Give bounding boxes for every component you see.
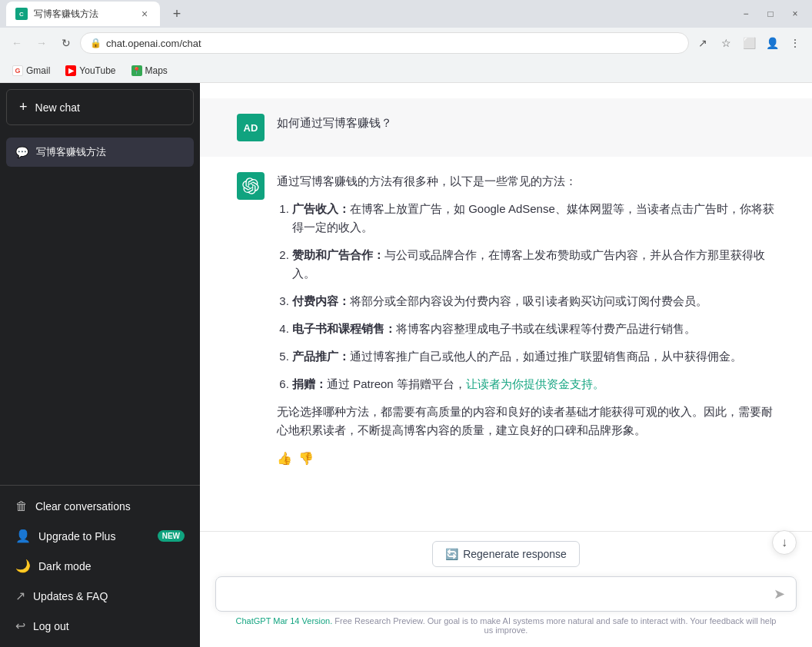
bookmark-youtube[interactable]: ▶ YouTube [59, 62, 121, 79]
list-item-1: 广告收入：在博客上放置广告，如 Google AdSense、媒体网盟等，当读者… [292, 200, 775, 237]
footer-text: Free Research Preview. Our goal is to ma… [334, 616, 776, 635]
reload-button[interactable]: ↻ [55, 32, 77, 54]
tab-favicon: C [15, 8, 28, 20]
patreon-link: 让读者为你提供资金支持。 [466, 377, 604, 390]
address-bar-row: ← → ↻ 🔒 chat.openai.com/chat ↗ ☆ ⬜ 👤 ⋮ [0, 28, 812, 58]
dark-mode-button[interactable]: 🌙 Dark mode [6, 551, 194, 581]
trash-icon: 🗑 [15, 499, 28, 513]
maps-favicon: 📍 [131, 65, 142, 76]
close-window-button[interactable]: × [784, 3, 806, 25]
assistant-conclusion: 无论选择哪种方法，都需要有高质量的内容和良好的读者基础才能获得可观的收入。因此，… [277, 403, 775, 440]
address-actions: ↗ ☆ ⬜ 👤 ⋮ [692, 32, 806, 54]
user-message-content: 如何通过写博客赚钱？ [277, 114, 775, 141]
assistant-message-inner: 通过写博客赚钱的方法有很多种，以下是一些常见的方法： 广告收入：在博客上放置广告… [221, 172, 790, 469]
chat-list-item[interactable]: 💬 写博客赚钱方法 ✏ 🗑 [6, 138, 194, 167]
address-input[interactable]: 🔒 chat.openai.com/chat [80, 32, 689, 54]
upgrade-to-plus-button[interactable]: 👤 Upgrade to Plus NEW [6, 521, 194, 551]
gmail-label: Gmail [26, 65, 50, 76]
youtube-favicon: ▶ [65, 65, 76, 76]
browser-tab[interactable]: C 写博客赚钱方法 × [6, 2, 160, 26]
share-button[interactable]: ↗ [692, 32, 714, 54]
assistant-message-row: 通过写博客赚钱的方法有很多种，以下是一些常见的方法： 广告收入：在博客上放置广告… [200, 157, 812, 484]
gmail-favicon: G [12, 65, 23, 76]
user-avatar: AD [237, 114, 265, 141]
delete-chat-button[interactable]: 🗑 [175, 147, 185, 158]
title-bar: C 写博客赚钱方法 × + − □ × [0, 0, 812, 28]
new-chat-button[interactable]: + New chat [6, 89, 194, 125]
chat-icon: 💬 [15, 146, 28, 158]
chat-input-area: 🔄 Regenerate response ➤ ChatGPT Mar 14 V… [200, 531, 812, 647]
clear-conversations-button[interactable]: 🗑 Clear conversations [6, 492, 194, 521]
assistant-avatar [237, 172, 265, 200]
plus-icon: + [19, 99, 28, 115]
window-controls: − □ × [735, 3, 806, 25]
list-item-6: 捐赠：通过 Patreon 等捐赠平台，让读者为你提供资金支持。 [292, 375, 775, 393]
clear-conversations-label: Clear conversations [35, 500, 131, 513]
bookmark-maps[interactable]: 📍 Maps [125, 62, 174, 79]
sidebar-bottom: 🗑 Clear conversations 👤 Upgrade to Plus … [0, 485, 200, 647]
minimize-button[interactable]: − [735, 3, 757, 25]
upgrade-label: Upgrade to Plus [38, 530, 115, 542]
scroll-to-bottom-button[interactable]: ↓ [772, 530, 797, 555]
thumbs-down-button[interactable]: 👎 [298, 449, 314, 469]
regenerate-row: 🔄 Regenerate response [215, 541, 797, 567]
main-layout: + New chat 💬 写博客赚钱方法 ✏ 🗑 🗑 Clear convers… [0, 83, 812, 647]
assistant-intro: 通过写博客赚钱的方法有很多种，以下是一些常见的方法： [277, 172, 775, 191]
youtube-label: YouTube [79, 65, 115, 76]
list-item-5: 产品推广：通过博客推广自己或他人的产品，如通过推广联盟销售商品，从中获得佣金。 [292, 347, 775, 366]
input-box[interactable]: ➤ [215, 576, 797, 612]
maximize-button[interactable]: □ [760, 3, 781, 25]
list-item-3: 付费内容：将部分或全部内容设为付费内容，吸引读者购买访问或订阅付费会员。 [292, 292, 775, 310]
chat-item-title: 写博客赚钱方法 [36, 145, 157, 159]
menu-button[interactable]: ⋮ [784, 32, 806, 54]
assistant-message-content: 通过写博客赚钱的方法有很多种，以下是一些常见的方法： 广告收入：在博客上放置广告… [277, 172, 775, 469]
lock-icon: 🔒 [90, 38, 102, 48]
list-item-4: 电子书和课程销售：将博客内容整理成电子书或在线课程等付费产品进行销售。 [292, 320, 775, 338]
tab-title: 写博客赚钱方法 [34, 8, 132, 21]
user-icon: 👤 [15, 529, 31, 543]
regenerate-button[interactable]: 🔄 Regenerate response [432, 541, 580, 567]
maps-label: Maps [145, 65, 168, 76]
chat-area-wrap: AD 如何通过写博客赚钱？ 通过写博客赚钱的方法有很多种，以下是一些常见的方法： [200, 83, 812, 647]
user-message-text: 如何通过写博客赚钱？ [277, 114, 775, 132]
regenerate-icon: 🔄 [445, 548, 458, 560]
new-tab-button[interactable]: + [166, 3, 188, 25]
assistant-list: 广告收入：在博客上放置广告，如 Google AdSense、媒体网盟等，当读者… [277, 200, 775, 393]
chat-area: AD 如何通过写博客赚钱？ 通过写博客赚钱的方法有很多种，以下是一些常见的方法： [200, 83, 812, 647]
bookmark-gmail[interactable]: G Gmail [6, 62, 56, 79]
edit-chat-button[interactable]: ✏ [165, 147, 172, 158]
back-button[interactable]: ← [6, 32, 28, 54]
user-message-inner: AD 如何通过写博客赚钱？ [221, 114, 790, 141]
footer-link[interactable]: ChatGPT Mar 14 Version. [236, 616, 333, 625]
chat-messages: AD 如何通过写博客赚钱？ 通过写博客赚钱的方法有很多种，以下是一些常见的方法： [200, 83, 812, 531]
chat-footer: ChatGPT Mar 14 Version. Free Research Pr… [215, 612, 797, 641]
new-badge: NEW [158, 530, 185, 542]
updates-faq-label: Updates & FAQ [33, 590, 108, 602]
bookmark-button[interactable]: ☆ [715, 32, 737, 54]
send-button[interactable]: ➤ [774, 586, 785, 602]
chat-list: 💬 写博客赚钱方法 ✏ 🗑 [0, 131, 200, 485]
bookmarks-bar: G Gmail ▶ YouTube 📍 Maps [0, 58, 812, 83]
logout-icon: ↩ [15, 619, 25, 633]
tab-close-button[interactable]: × [138, 8, 151, 20]
forward-button[interactable]: → [31, 32, 52, 54]
moon-icon: 🌙 [15, 559, 31, 573]
list-item-2: 赞助和广告合作：与公司或品牌合作，在博客上发布赞助或广告内容，并从合作方那里获得… [292, 246, 775, 283]
split-view-button[interactable]: ⬜ [738, 32, 760, 54]
new-chat-label: New chat [35, 101, 80, 114]
regenerate-label: Regenerate response [463, 548, 567, 560]
thumbs-up-button[interactable]: 👍 [277, 449, 292, 469]
profile-button[interactable]: 👤 [761, 32, 783, 54]
external-link-icon: ↗ [15, 589, 25, 603]
address-text: chat.openai.com/chat [106, 38, 679, 49]
chat-input-field[interactable] [227, 585, 767, 603]
user-message-row: AD 如何通过写博客赚钱？ [200, 98, 812, 157]
sidebar: + New chat 💬 写博客赚钱方法 ✏ 🗑 🗑 Clear convers… [0, 83, 200, 647]
message-actions: 👍 👎 [277, 449, 775, 469]
logout-button[interactable]: ↩ Log out [6, 611, 194, 641]
updates-faq-button[interactable]: ↗ Updates & FAQ [6, 581, 194, 611]
logout-label: Log out [33, 620, 69, 632]
sidebar-top: + New chat [0, 83, 200, 131]
dark-mode-label: Dark mode [38, 560, 91, 572]
